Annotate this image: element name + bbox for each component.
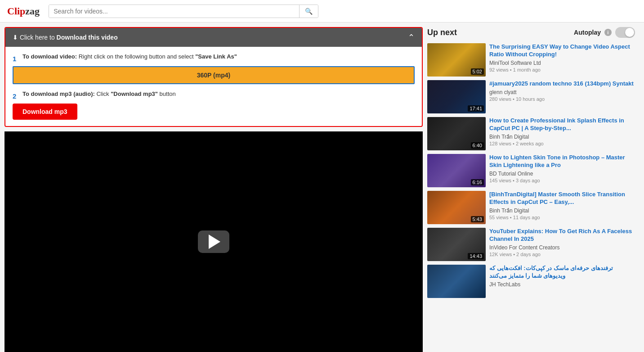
video-title[interactable]: ترفندهای حرفه‌ای ماسک در کپی‌کات: افکت‌ه… xyxy=(489,265,636,280)
play-button[interactable] xyxy=(198,230,229,253)
list-item[interactable]: ترفندهای حرفه‌ای ماسک در کپی‌کات: افکت‌ه… xyxy=(427,265,636,298)
video-duration: 6:40 xyxy=(471,142,484,149)
video-title[interactable]: YouTuber Explains: How To Get Rich As A … xyxy=(489,228,636,243)
video-download-button[interactable]: 360P (mp4) xyxy=(13,66,415,84)
download-header[interactable]: ⬇ Click here to Download this video ⌃ xyxy=(5,28,422,47)
header: Clipzag 🔍 xyxy=(0,0,644,23)
video-duration: 5:02 xyxy=(471,68,484,75)
video-channel: InVideo For Content Creators xyxy=(489,244,636,251)
video-duration: 14:43 xyxy=(468,253,484,259)
video-list: 5:02The Surprising EASY Way to Change Vi… xyxy=(427,43,640,298)
video-info: YouTuber Explains: How To Get Rich As A … xyxy=(489,228,636,261)
video-title[interactable]: How to Lighten Skin Tone in Photoshop – … xyxy=(489,154,636,169)
video-channel: Binh Trần Digital xyxy=(489,134,636,140)
download-instruction-1: To download video: Right click on the fo… xyxy=(22,53,237,60)
video-meta: 12K views • 2 days ago xyxy=(489,252,636,257)
search-bar: 🔍 xyxy=(49,5,318,18)
video-channel: MiniTool Software Ltd xyxy=(489,60,636,66)
autoplay-label: Autoplay xyxy=(574,29,601,36)
mp3-row: Download mp3 xyxy=(13,104,415,120)
video-meta: 280 views • 10 hours ago xyxy=(489,96,636,102)
up-next-header: Up next Autoplay i xyxy=(427,27,640,38)
list-item[interactable]: 14:43YouTuber Explains: How To Get Rich … xyxy=(427,228,636,261)
video-title[interactable]: The Surprising EASY Way to Change Video … xyxy=(489,43,636,59)
video-player[interactable] xyxy=(4,131,423,352)
video-duration: 17:41 xyxy=(468,105,484,112)
video-info: How to Create Professional Ink Splash Ef… xyxy=(489,117,636,150)
list-item[interactable]: 5:43[BinhTranDigital] Master Smooth Slic… xyxy=(427,191,636,224)
video-thumbnail: 6:16 xyxy=(427,154,486,187)
list-item[interactable]: 17:41#jamuary2025 random techno 316 (134… xyxy=(427,80,636,113)
video-duration: 5:43 xyxy=(471,216,484,222)
search-icon: 🔍 xyxy=(305,8,313,15)
video-info: The Surprising EASY Way to Change Video … xyxy=(489,43,636,77)
download-mp3-button[interactable]: Download mp3 xyxy=(13,104,77,120)
left-panel: ⬇ Click here to Download this video ⌃ 1 … xyxy=(4,27,423,352)
video-channel: Binh Trần Digital xyxy=(489,208,636,214)
video-info: ترفندهای حرفه‌ای ماسک در کپی‌کات: افکت‌ه… xyxy=(489,265,636,298)
mp3-instruction: To download mp3 (audio): Click "Download… xyxy=(22,90,176,97)
search-button[interactable]: 🔍 xyxy=(299,5,318,18)
autoplay-row: Autoplay i xyxy=(574,27,635,38)
video-thumbnail: 17:41 xyxy=(427,80,486,113)
video-info: #jamuary2025 random techno 316 (134bpm) … xyxy=(489,80,636,113)
step-2-row: 2 To download mp3 (audio): Click "Downlo… xyxy=(13,90,415,102)
video-meta: 55 views • 11 days ago xyxy=(489,215,636,220)
list-item[interactable]: 5:02The Surprising EASY Way to Change Vi… xyxy=(427,43,636,77)
video-thumbnail: 5:43 xyxy=(427,191,486,224)
download-content: 1 To download video: Right click on the … xyxy=(5,47,422,126)
download-header-text: ⬇ Click here to Download this video xyxy=(13,34,118,41)
video-channel: glenn clyatt xyxy=(489,89,636,95)
video-meta: 128 views • 2 weeks ago xyxy=(489,141,636,146)
list-item[interactable]: 6:40How to Create Professional Ink Splas… xyxy=(427,117,636,150)
step-2-number: 2 xyxy=(13,92,19,100)
video-thumbnail: 6:40 xyxy=(427,117,486,150)
video-info: [BinhTranDigital] Master Smooth Slice Tr… xyxy=(489,191,636,224)
video-thumbnail: 5:02 xyxy=(427,43,486,77)
video-download-wrap: 360P (mp4) xyxy=(13,66,415,84)
video-channel: JH TechLabs xyxy=(489,281,636,288)
play-icon xyxy=(209,235,220,249)
video-thumbnail: 14:43 xyxy=(427,228,486,261)
video-meta: 92 views • 1 month ago xyxy=(489,67,636,72)
video-title[interactable]: #jamuary2025 random techno 316 (134bpm) … xyxy=(489,80,636,88)
autoplay-toggle[interactable] xyxy=(615,27,635,38)
video-title[interactable]: [BinhTranDigital] Master Smooth Slice Tr… xyxy=(489,191,636,206)
video-title[interactable]: How to Create Professional Ink Splash Ef… xyxy=(489,117,636,132)
toggle-knob xyxy=(625,28,634,37)
search-input[interactable] xyxy=(49,5,299,18)
video-channel: BD Tutorial Online xyxy=(489,171,636,177)
main-layout: ⬇ Click here to Download this video ⌃ 1 … xyxy=(0,23,644,352)
video-meta: 145 views • 3 days ago xyxy=(489,178,636,183)
chevron-up-icon: ⌃ xyxy=(408,32,415,42)
list-item[interactable]: 6:16How to Lighten Skin Tone in Photosho… xyxy=(427,154,636,187)
video-duration: 6:16 xyxy=(471,179,484,185)
video-info: How to Lighten Skin Tone in Photoshop – … xyxy=(489,154,636,187)
step-1-number: 1 xyxy=(13,55,19,63)
step-1-row: 1 To download video: Right click on the … xyxy=(13,53,415,64)
video-thumbnail xyxy=(427,265,486,298)
up-next-title: Up next xyxy=(427,28,457,37)
download-box: ⬇ Click here to Download this video ⌃ 1 … xyxy=(4,27,423,127)
logo[interactable]: Clipzag xyxy=(7,5,40,17)
autoplay-info-icon[interactable]: i xyxy=(604,29,612,36)
right-panel: Up next Autoplay i 5:02The Surprising EA… xyxy=(427,27,640,352)
